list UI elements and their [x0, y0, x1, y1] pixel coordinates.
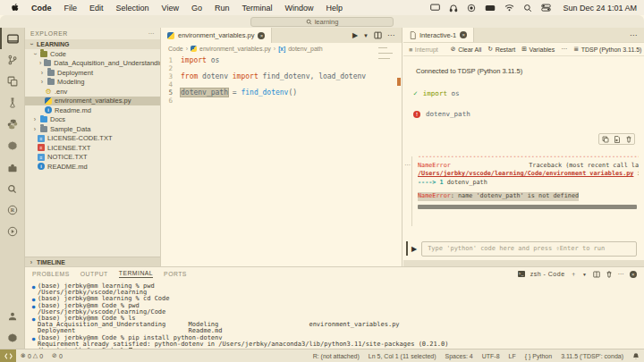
tree-item-readme-root[interactable]: i README.md [25, 162, 160, 172]
tree-item-data-acquisition[interactable]: › Data_Acquisition_and_Understanding [25, 59, 160, 69]
wifi-icon[interactable] [504, 4, 514, 12]
tree-item-license-txt[interactable]: ≡ LICENSE.TXT [25, 143, 160, 153]
indentation-status[interactable]: Spaces: 4 [441, 353, 478, 359]
keyboard-icon[interactable] [485, 4, 496, 12]
spotlight-search-icon[interactable] [523, 4, 532, 13]
interactive-more-icon[interactable]: ⋯ [630, 31, 637, 39]
tree-item-environment-variables[interactable]: environment_variables.py [25, 97, 160, 106]
variables-button[interactable]: ⊞Variables [521, 46, 555, 53]
tree-item-deployment[interactable]: › Deployment [25, 68, 160, 78]
menu-item-go[interactable]: Go [185, 4, 208, 13]
minimap[interactable] [378, 47, 394, 61]
menu-item-view[interactable]: View [156, 4, 185, 13]
command-decoration-icon[interactable]: ● [30, 335, 38, 341]
menu-item-code[interactable]: Code [25, 4, 58, 13]
run-dropdown-icon[interactable]: ▼ [363, 33, 369, 38]
settings-gear-icon[interactable] [0, 327, 25, 349]
breadcrumb-folder[interactable]: Code [168, 46, 183, 52]
split-editor-icon[interactable] [374, 31, 382, 39]
jupyter-gear-icon[interactable] [0, 135, 25, 156]
input-drag-handle[interactable] [406, 241, 408, 256]
extensions-icon[interactable] [0, 156, 25, 178]
tab-close-icon[interactable]: × [258, 32, 265, 39]
menu-item-file[interactable]: File [58, 4, 84, 13]
terminal-dropdown-icon[interactable]: ▼ [582, 272, 587, 277]
problems-status[interactable]: ⊗0 △0 [16, 352, 47, 359]
r-status[interactable]: R: (not attached) [309, 353, 364, 359]
breadcrumb-symbol[interactable]: dotenv_path [288, 46, 323, 52]
tree-item-notice-txt[interactable]: ≡ NOTICE.TXT [25, 153, 160, 163]
display-icon[interactable] [430, 4, 440, 12]
title-search-box[interactable]: learning [250, 17, 394, 27]
split-terminal-icon[interactable] [593, 271, 600, 278]
command-decoration-icon[interactable]: ● [30, 296, 38, 302]
tree-item-sample-data[interactable]: › Sample_Data [25, 124, 160, 134]
kernel-picker[interactable]: ≣TDSP (Python 3.11.5) [573, 46, 641, 53]
goto-code-icon[interactable] [611, 134, 623, 144]
menu-item-window[interactable]: Window [278, 4, 319, 13]
kill-terminal-icon[interactable] [606, 271, 613, 278]
terminal-output[interactable]: ●(base) jerbky@mm learning % pwd /Users/… [25, 281, 644, 354]
tab-close-icon[interactable]: × [460, 31, 467, 38]
accounts-icon[interactable] [0, 306, 25, 327]
tab-environment-variables[interactable]: environment_variables.py × [161, 28, 272, 43]
clear-all-button[interactable]: ⊘Clear All [451, 46, 481, 53]
panel-more-icon[interactable]: ⋯ [618, 271, 625, 278]
menu-item-help[interactable]: Help [319, 4, 349, 13]
toolbar-more-icon[interactable]: ⋯ [561, 46, 567, 53]
encoding-status[interactable]: UTF-8 [478, 353, 504, 359]
command-decoration-icon[interactable]: ● [30, 303, 38, 309]
control-center-icon[interactable] [541, 4, 551, 12]
menu-item-selection[interactable]: Selection [110, 4, 156, 13]
run-python-file-icon[interactable]: ▶ [352, 31, 358, 39]
tab-ports[interactable]: PORTS [164, 271, 187, 277]
tab-terminal[interactable]: TERMINAL [119, 270, 153, 278]
tree-item-modeling[interactable]: › Modeling [25, 78, 160, 88]
code-area[interactable]: 1import os 2 3from dotenv import find_do… [161, 54, 402, 105]
tree-item-readme-md[interactable]: i Readme.md [25, 105, 160, 115]
python-extension-icon[interactable] [0, 114, 25, 135]
headphones-icon[interactable] [449, 4, 458, 13]
remote-explorer-icon[interactable] [0, 71, 25, 92]
tree-item-env[interactable]: ⚙ .env [25, 87, 160, 97]
cell-error[interactable]: ! dotenv_path [403, 110, 644, 118]
explorer-icon[interactable] [0, 28, 25, 49]
terminal-session-label[interactable]: zsh - Code [530, 271, 565, 277]
source-control-icon[interactable] [0, 49, 25, 71]
notifications-bell-icon[interactable] [628, 352, 644, 360]
tree-item-docs[interactable]: › Docs [25, 115, 160, 125]
traceback-file-link[interactable]: /Users/jerbky/vscode/learning/Code/envir… [418, 170, 633, 177]
r-language-icon[interactable]: R [0, 199, 25, 221]
run-circle-icon[interactable] [0, 221, 25, 242]
tab-output[interactable]: OUTPUT [80, 271, 108, 277]
language-mode[interactable]: { } Python [521, 353, 556, 359]
sidebar-section-learning[interactable]: › LEARNING [25, 39, 160, 49]
menu-item-run[interactable]: Run [208, 4, 236, 13]
cursor-position[interactable]: Ln 5, Col 1 (11 selected) [364, 353, 441, 359]
run-input-icon[interactable]: ▶ [411, 245, 417, 253]
sidebar-more-icon[interactable]: ⋯ [148, 30, 155, 38]
menu-item-terminal[interactable]: Terminal [235, 4, 278, 13]
remote-indicator[interactable] [0, 349, 16, 362]
menu-item-edit[interactable]: Edit [83, 4, 110, 13]
editor-more-icon[interactable]: ⋯ [387, 31, 394, 39]
record-icon[interactable] [467, 4, 476, 13]
timeline-section[interactable]: › TIMELINE [25, 257, 160, 266]
cell-success[interactable]: ✓ import os [403, 89, 644, 97]
new-terminal-icon[interactable]: ＋ [571, 270, 578, 279]
copy-icon[interactable] [599, 134, 611, 144]
tab-interactive-1[interactable]: Interactive-1 × [403, 28, 474, 42]
menubar-clock[interactable]: Sun Dec 24 1:01 AM [563, 4, 637, 13]
command-decoration-icon[interactable]: ● [30, 283, 38, 290]
testing-icon[interactable] [0, 92, 25, 114]
python-interpreter[interactable]: 3.11.5 ('TDSP': conda) [556, 353, 628, 359]
apple-logo-icon[interactable] [11, 3, 20, 13]
search-sidebar-icon[interactable] [0, 178, 25, 199]
eol-status[interactable]: LF [504, 353, 521, 359]
tree-item-code[interactable]: › Code [25, 49, 160, 59]
delete-cell-icon[interactable] [623, 134, 634, 144]
output-horizontal-scrollbar[interactable] [418, 205, 637, 209]
command-decoration-icon[interactable]: ● [30, 316, 38, 322]
output-collapse-icon[interactable]: ⋯ [404, 162, 411, 169]
tab-problems[interactable]: PROBLEMS [32, 271, 70, 277]
